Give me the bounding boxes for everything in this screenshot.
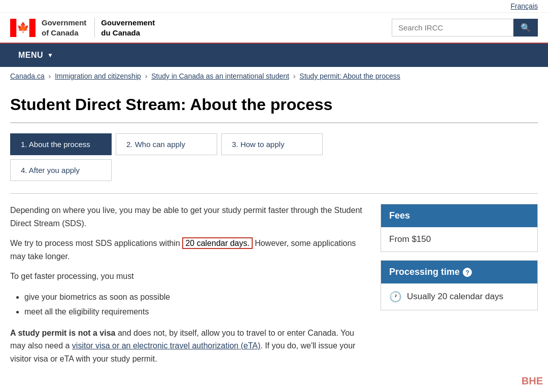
list-item-eligibility: meet all the eligibility requirements xyxy=(24,305,365,319)
breadcrumb-separator: › xyxy=(49,72,53,80)
fees-card-header: Fees xyxy=(381,204,537,227)
calendar-days-highlight: 20 calendar days. xyxy=(182,237,252,249)
eta-link[interactable]: visitor visa or an electronic travel aut… xyxy=(72,341,260,350)
tabs-container: 1. About the process 2. Who can apply 3.… xyxy=(10,133,538,181)
breadcrumb-separator: › xyxy=(145,72,150,80)
list-item-biometrics: give your biometrics as soon as possible xyxy=(24,290,365,305)
svg-rect-0 xyxy=(10,19,17,37)
watermark: BHE xyxy=(522,375,543,387)
para2-before: We try to process most SDS applications … xyxy=(10,239,182,247)
breadcrumb-item-permit[interactable]: Study permit: About the process xyxy=(299,72,400,80)
search-button[interactable]: 🔍 xyxy=(513,19,538,37)
breadcrumb-separator: › xyxy=(293,72,298,80)
tab-after-apply[interactable]: 4. After you apply xyxy=(10,159,112,181)
processing-time-card: Processing time ? 🕐 Usually 20 calendar … xyxy=(381,260,538,310)
menu-label: MENU xyxy=(18,51,43,60)
svg-text:🍁: 🍁 xyxy=(17,21,29,33)
top-bar: Français xyxy=(0,0,548,13)
search-icon: 🔍 xyxy=(521,23,531,32)
paragraph-2: We try to process most SDS applications … xyxy=(10,237,365,263)
canada-flag-icon: 🍁 xyxy=(10,19,36,37)
gov-name-fr: Gouvernement du Canada xyxy=(94,18,155,38)
gov-name-en-line2: of Canada xyxy=(42,28,86,38)
page-title: Student Direct Stream: About the process xyxy=(10,95,538,123)
fees-label: Fees xyxy=(389,210,410,221)
clock-icon: 🕐 xyxy=(389,291,402,303)
main-content: Student Direct Stream: About the process… xyxy=(0,85,548,392)
breadcrumb-item-study[interactable]: Study in Canada as an international stud… xyxy=(151,72,289,80)
fees-card-body: From $150 xyxy=(381,227,537,252)
french-link[interactable]: Français xyxy=(510,2,538,10)
breadcrumb-item-immigration[interactable]: Immigration and citizenship xyxy=(55,72,141,80)
processing-time-label: Processing time xyxy=(389,267,460,277)
site-header: 🍁 Government of Canada Gouvernement du C… xyxy=(0,13,548,44)
content-divider xyxy=(10,193,538,194)
tab-how-to-apply[interactable]: 3. How to apply xyxy=(221,133,323,155)
gov-name-fr-line1: Gouvernement xyxy=(101,18,155,28)
tabs-row-2: 4. After you apply xyxy=(10,159,538,181)
processing-time-body: 🕐 Usually 20 calendar days xyxy=(381,283,537,310)
breadcrumb-item-canada[interactable]: Canada.ca xyxy=(10,72,45,80)
gov-name-en: Government of Canada xyxy=(42,18,86,38)
content-sidebar: Fees From $150 Processing time ? 🕐 Usual… xyxy=(381,204,538,318)
processing-time-value: Usually 20 calendar days xyxy=(407,292,503,302)
menu-button[interactable]: MENU ▼ xyxy=(10,44,62,67)
info-icon: ? xyxy=(463,268,472,277)
para4-bold: A study permit is not a visa xyxy=(10,329,115,337)
processing-time-header: Processing time ? xyxy=(381,261,537,283)
chevron-down-icon: ▼ xyxy=(47,52,53,59)
fees-card: Fees From $150 xyxy=(381,204,538,252)
content-layout: Depending on where you live, you may be … xyxy=(10,204,538,372)
paragraph-4: A study permit is not a visa and does no… xyxy=(10,327,365,366)
tab-who-can-apply[interactable]: 2. Who can apply xyxy=(116,133,217,155)
search-area: 🔍 xyxy=(392,19,538,37)
requirements-list: give your biometrics as soon as possible… xyxy=(24,290,365,319)
paragraph-1: Depending on where you live, you may be … xyxy=(10,204,365,230)
breadcrumb: Canada.ca › Immigration and citizenship … xyxy=(0,67,548,85)
search-input[interactable] xyxy=(392,19,513,37)
gov-name-fr-line2: du Canada xyxy=(101,28,155,38)
gov-name-en-line1: Government xyxy=(42,18,86,28)
paragraph-3: To get faster processing, you must xyxy=(10,270,365,283)
content-text: Depending on where you live, you may be … xyxy=(10,204,365,372)
tabs-row-1: 1. About the process 2. Who can apply 3.… xyxy=(10,133,538,155)
tab-about-process[interactable]: 1. About the process xyxy=(10,133,112,155)
fees-value: From $150 xyxy=(389,234,431,244)
svg-rect-1 xyxy=(29,19,36,37)
logo-area: 🍁 Government of Canada Gouvernement du C… xyxy=(10,18,155,38)
nav-bar: MENU ▼ xyxy=(0,44,548,67)
